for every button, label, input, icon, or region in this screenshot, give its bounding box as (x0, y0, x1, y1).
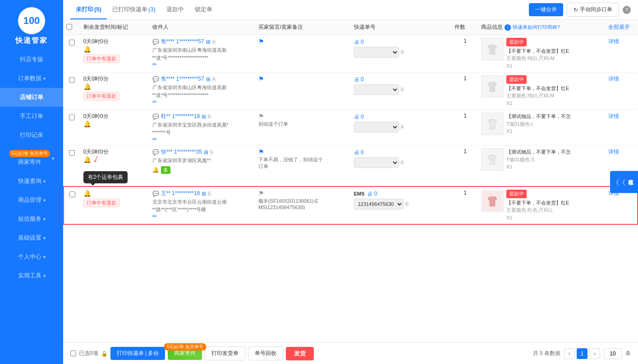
goods-info-icon[interactable]: i (505, 24, 511, 31)
copy-icon[interactable]: ⎘ (212, 76, 216, 82)
detail-link[interactable]: 详情 (608, 149, 619, 155)
tab-printed[interactable]: 已打印快递单 (3) (107, 0, 161, 19)
express-select[interactable]: 1231456475630 (354, 199, 404, 209)
chat-icon: 💬 (152, 191, 159, 197)
edit-icon[interactable]: ✏ (152, 213, 157, 219)
sidebar-item-basic-settings[interactable]: 基础设置 ▾ (0, 228, 63, 247)
sidebar-item-print-log[interactable]: 打印记录 (0, 126, 63, 145)
copy-express-icon[interactable]: ⎘ (401, 159, 404, 166)
express-select[interactable] (354, 84, 399, 95)
multi-badge[interactable]: 多 (161, 166, 170, 174)
detail-link[interactable]: 详情 (608, 76, 619, 82)
sidebar-item-personal-center[interactable]: 个人中心 ▾ (0, 247, 63, 266)
goods-name: 【测试物品，不要下单，不怎 (506, 148, 603, 156)
sidebar-item-label: 订单数据 (18, 74, 41, 82)
goods-text: 【测试物品，不要下单，不怎 T恤01颜色:S X1 (506, 148, 603, 171)
row-checkbox[interactable] (69, 77, 75, 83)
row-checkbox[interactable] (69, 114, 75, 120)
table-row: 0天0时0分 🔔 订单中有退款 💬 售**** 1*********57 ⊞ ⎘… (64, 35, 638, 73)
edit-icon[interactable]: ✏ (152, 99, 157, 105)
sidebar-item-express-query[interactable]: 快递查询 ▾ (0, 172, 63, 191)
tab-count: (3) (148, 6, 156, 13)
copy-icon[interactable]: ⎘ (208, 114, 211, 120)
row-message-cell: ⚑ (256, 73, 351, 110)
row-message-cell: ⚑ (256, 35, 351, 73)
sidebar-item-sms-service[interactable]: 短信服务 ▾ (0, 209, 63, 228)
copy-icon[interactable]: ⎘ (212, 39, 216, 45)
express-select[interactable] (354, 122, 399, 132)
flag-icon[interactable]: ⚑ (258, 190, 264, 197)
copy-express-icon[interactable]: ⎘ (401, 86, 404, 93)
sidebar: 100 快递管家 抖店专版 订单数据 ▾ 店铺订单 手工订单 打印记录 5元起/… (0, 0, 63, 364)
sidebar-item-order-data[interactable]: 订单数据 ▾ (0, 69, 63, 88)
edit-icon[interactable]: ✏ (152, 61, 157, 68)
copy-express-icon[interactable]: ⎘ (405, 201, 409, 207)
edit-icon[interactable]: ✏ (152, 136, 157, 142)
page-next-button[interactable]: › (589, 348, 600, 359)
chat-icon: 💬 (152, 76, 159, 82)
print-count: 🖨 0 (354, 149, 364, 155)
pagination: ‹ 1 › (564, 348, 600, 359)
sidebar-item-manual-order[interactable]: 手工订单 (0, 107, 63, 126)
recycle-button[interactable]: 单号回收 (248, 346, 283, 360)
row-checkbox[interactable] (69, 40, 75, 46)
copy-express-icon[interactable]: ⎘ (401, 49, 404, 55)
row-checkbox-cell (64, 146, 81, 187)
footer-select-all[interactable] (70, 350, 76, 356)
alarm-icon: 🔔 (83, 190, 91, 197)
sidebar-item-shop-order[interactable]: 店铺订单 (0, 88, 63, 107)
row-time: 0天0时0分 (83, 148, 147, 156)
tab-count: (5) (94, 6, 101, 13)
page-size-input[interactable] (604, 348, 622, 359)
print-count: 🖨 0 (367, 191, 377, 197)
copy-icon[interactable]: ⎘ (208, 191, 211, 197)
expand-all-link[interactable]: 全部展开 (608, 24, 630, 30)
receiver-name[interactable]: 王** 1*********18 (161, 190, 200, 197)
sidebar-item-goods-mgmt[interactable]: 商品管理 ▾ (0, 191, 63, 209)
print-invoice-button[interactable]: 打印发货单 (205, 346, 245, 360)
flag-icon[interactable]: ⚑ (258, 148, 264, 155)
tab-locked[interactable]: 锁定单 (189, 0, 218, 19)
print-express-button[interactable]: 打印快递单 | 多份 (110, 347, 165, 360)
select-all-checkbox[interactable] (66, 24, 72, 30)
goods-thumbnail (481, 38, 504, 60)
merge-button[interactable]: 一键合并 (529, 3, 563, 16)
flag-icon[interactable]: ⚑ (258, 113, 264, 120)
row-checkbox[interactable] (69, 191, 75, 197)
tabs-bar: 未打印 (5) 已打印快递单 (3) 退款中 锁定单 一键合并 ↻ 手动同步订单… (63, 0, 638, 20)
sync-button[interactable]: ↻ 手动同步订单 (567, 3, 619, 17)
copy-express-icon[interactable]: ⎘ (401, 124, 404, 130)
flag-icon[interactable]: ⚑ (258, 75, 264, 82)
detail-link[interactable]: 详情 (608, 38, 619, 45)
receiver-name[interactable]: 售**** 1*********57 (161, 75, 204, 83)
tab-unprinted[interactable]: 未打印 (5) (70, 0, 107, 19)
table-row: 0天0时0分 🔔 ↓ 有2个运单包裹 (64, 146, 638, 187)
page-prev-button[interactable]: ‹ (564, 348, 575, 359)
detail-link[interactable]: 详情 (608, 113, 619, 119)
goods-name: 【测试物品，不要下单，不怎 (506, 113, 603, 120)
copy-icon[interactable]: ⎘ (210, 149, 213, 155)
lock-icon: 🔒 (101, 350, 108, 357)
table-header-row: 剩余发货时间/标记 收件人 买家留言/卖家备注 快递单号 件数 商品信息 i 快… (64, 20, 638, 35)
receiver-name[interactable]: 旺** 1*********18 (161, 113, 200, 120)
express-select[interactable] (354, 47, 399, 58)
sidebar-item-label: 快递查询 (18, 177, 41, 185)
tab-refund[interactable]: 退款中 (161, 0, 189, 19)
ship-button[interactable]: 发货 (286, 347, 314, 360)
receiver-name[interactable]: 售**** 1*********57 (161, 38, 204, 46)
row-checkbox[interactable] (69, 150, 75, 156)
page-1-button[interactable]: 1 (577, 348, 588, 359)
online-service-button[interactable]: 在线客服 《《 (610, 171, 638, 193)
receiver-name[interactable]: 快*** 1*********35 (161, 148, 202, 156)
sidebar-item-useful-tools[interactable]: 实用工具 ▾ (0, 266, 63, 285)
row-goods-cell: 【测试物品，不要下单，不怎 T恤01颜色:S X1 (478, 146, 606, 187)
sidebar-item-douyin[interactable]: 抖店专版 (0, 50, 63, 69)
sidebar-item-label: 抖店专版 (20, 55, 43, 64)
flag-icon[interactable]: ⚑ (258, 38, 264, 45)
row-message-cell: ⚑ 别动这个订单 (256, 110, 351, 146)
express-select[interactable] (354, 157, 399, 168)
goods-help-link[interactable]: 快递单如何打印简称? (513, 24, 560, 31)
sidebar-item-merchant-ship[interactable]: 5元起/单 免充单号 商家寄件 ▾ (0, 145, 63, 172)
merchant-ship-button[interactable]: 5元起/单 免充单号 商家寄件 (168, 347, 202, 360)
help-icon[interactable]: ? (623, 6, 631, 14)
